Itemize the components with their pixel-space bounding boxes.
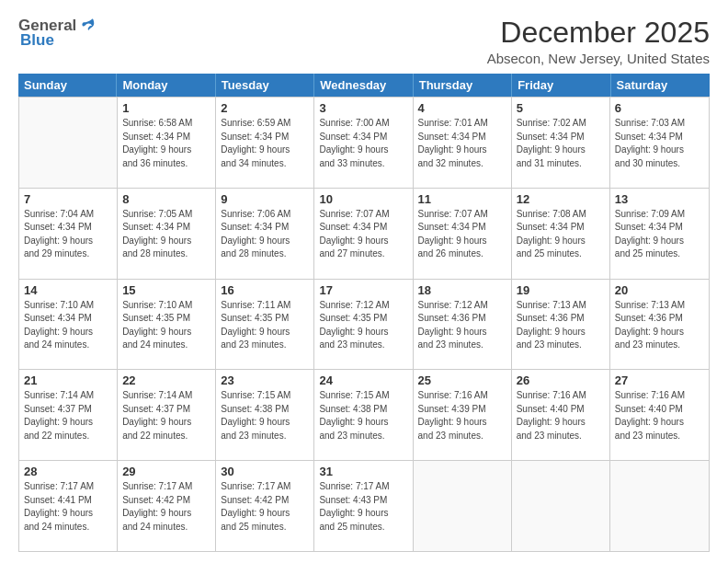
cell-info-21: Sunrise: 7:14 AMSunset: 4:37 PMDaylight:… [24, 389, 112, 442]
header-day-thursday: Thursday [414, 74, 512, 97]
cell-info-27: Sunrise: 7:16 AMSunset: 4:40 PMDaylight:… [615, 389, 704, 442]
day-number-10: 10 [319, 192, 407, 206]
day-number-8: 8 [122, 192, 210, 206]
cell-info-22: Sunrise: 7:14 AMSunset: 4:37 PMDaylight:… [122, 389, 210, 442]
cal-row-1: 1Sunrise: 6:58 AMSunset: 4:34 PMDaylight… [19, 97, 709, 188]
day-number-30: 30 [221, 465, 309, 478]
cal-cell-26: 26Sunrise: 7:16 AMSunset: 4:40 PMDayligh… [512, 370, 610, 460]
cal-cell-16: 16Sunrise: 7:11 AMSunset: 4:35 PMDayligh… [216, 280, 314, 370]
cell-info-2: Sunrise: 6:59 AMSunset: 4:34 PMDaylight:… [221, 117, 309, 170]
cal-cell-4: 4Sunrise: 7:01 AMSunset: 4:34 PMDaylight… [414, 98, 512, 188]
cell-info-24: Sunrise: 7:15 AMSunset: 4:38 PMDaylight:… [319, 389, 407, 442]
header-day-sunday: Sunday [18, 74, 117, 97]
cal-cell-empty-0-0 [19, 98, 118, 188]
cell-info-13: Sunrise: 7:09 AMSunset: 4:34 PMDaylight:… [615, 208, 704, 261]
cell-info-18: Sunrise: 7:12 AMSunset: 4:36 PMDaylight:… [418, 299, 506, 352]
day-number-13: 13 [615, 192, 704, 206]
location: Absecon, New Jersey, United States [487, 51, 710, 66]
page: General Blue December 2025 Absecon, New … [0, 0, 728, 563]
cell-info-26: Sunrise: 7:16 AMSunset: 4:40 PMDaylight:… [517, 389, 605, 442]
logo-bird-icon [78, 17, 95, 33]
day-number-2: 2 [221, 101, 309, 115]
cal-cell-8: 8Sunrise: 7:05 AMSunset: 4:34 PMDaylight… [118, 189, 216, 279]
cal-cell-28: 28Sunrise: 7:17 AMSunset: 4:41 PMDayligh… [19, 461, 118, 551]
cal-cell-31: 31Sunrise: 7:17 AMSunset: 4:43 PMDayligh… [314, 461, 413, 551]
logo-blue-text: Blue [20, 31, 54, 50]
cal-cell-12: 12Sunrise: 7:08 AMSunset: 4:34 PMDayligh… [512, 189, 610, 279]
cal-cell-2: 2Sunrise: 6:59 AMSunset: 4:34 PMDaylight… [216, 98, 314, 188]
header-day-friday: Friday [512, 74, 610, 97]
day-number-1: 1 [122, 101, 210, 115]
calendar-header: SundayMondayTuesdayWednesdayThursdayFrid… [18, 74, 710, 97]
cell-info-10: Sunrise: 7:07 AMSunset: 4:34 PMDaylight:… [319, 208, 407, 261]
cell-info-4: Sunrise: 7:01 AMSunset: 4:34 PMDaylight:… [418, 117, 506, 170]
title-block: December 2025 Absecon, New Jersey, Unite… [487, 17, 710, 66]
cell-info-29: Sunrise: 7:17 AMSunset: 4:42 PMDaylight:… [122, 480, 210, 534]
header: General Blue December 2025 Absecon, New … [18, 17, 710, 66]
day-number-5: 5 [517, 101, 605, 115]
cell-info-19: Sunrise: 7:13 AMSunset: 4:36 PMDaylight:… [517, 299, 605, 352]
day-number-20: 20 [615, 283, 704, 297]
day-number-26: 26 [517, 373, 605, 387]
cal-cell-21: 21Sunrise: 7:14 AMSunset: 4:37 PMDayligh… [19, 370, 118, 460]
cal-row-3: 14Sunrise: 7:10 AMSunset: 4:34 PMDayligh… [19, 279, 709, 370]
day-number-15: 15 [122, 283, 210, 297]
cell-info-12: Sunrise: 7:08 AMSunset: 4:34 PMDaylight:… [517, 208, 605, 261]
cal-row-5: 28Sunrise: 7:17 AMSunset: 4:41 PMDayligh… [19, 460, 709, 551]
cal-cell-10: 10Sunrise: 7:07 AMSunset: 4:34 PMDayligh… [314, 189, 413, 279]
cal-cell-7: 7Sunrise: 7:04 AMSunset: 4:34 PMDaylight… [19, 189, 118, 279]
cal-cell-9: 9Sunrise: 7:06 AMSunset: 4:34 PMDaylight… [216, 189, 314, 279]
day-number-14: 14 [24, 283, 112, 297]
cell-info-23: Sunrise: 7:15 AMSunset: 4:38 PMDaylight:… [221, 389, 309, 442]
cell-info-30: Sunrise: 7:17 AMSunset: 4:42 PMDaylight:… [221, 480, 309, 534]
day-number-27: 27 [615, 373, 704, 387]
cal-row-2: 7Sunrise: 7:04 AMSunset: 4:34 PMDaylight… [19, 188, 709, 279]
header-day-tuesday: Tuesday [216, 74, 314, 97]
day-number-22: 22 [122, 373, 210, 387]
cell-info-7: Sunrise: 7:04 AMSunset: 4:34 PMDaylight:… [24, 208, 112, 261]
cell-info-17: Sunrise: 7:12 AMSunset: 4:35 PMDaylight:… [319, 299, 407, 352]
day-number-24: 24 [319, 373, 407, 387]
calendar: SundayMondayTuesdayWednesdayThursdayFrid… [18, 74, 710, 552]
day-number-29: 29 [122, 465, 210, 478]
header-day-monday: Monday [117, 74, 215, 97]
day-number-7: 7 [24, 192, 112, 206]
day-number-25: 25 [418, 373, 506, 387]
cal-cell-30: 30Sunrise: 7:17 AMSunset: 4:42 PMDayligh… [216, 461, 314, 551]
cal-cell-5: 5Sunrise: 7:02 AMSunset: 4:34 PMDaylight… [512, 98, 610, 188]
cell-info-9: Sunrise: 7:06 AMSunset: 4:34 PMDaylight:… [221, 208, 309, 261]
logo: General Blue [18, 17, 95, 50]
cal-cell-27: 27Sunrise: 7:16 AMSunset: 4:40 PMDayligh… [610, 370, 709, 460]
day-number-23: 23 [221, 373, 309, 387]
cal-cell-29: 29Sunrise: 7:17 AMSunset: 4:42 PMDayligh… [118, 461, 216, 551]
cal-cell-20: 20Sunrise: 7:13 AMSunset: 4:36 PMDayligh… [610, 280, 709, 370]
cal-cell-23: 23Sunrise: 7:15 AMSunset: 4:38 PMDayligh… [216, 370, 314, 460]
cell-info-15: Sunrise: 7:10 AMSunset: 4:35 PMDaylight:… [122, 299, 210, 352]
cal-cell-22: 22Sunrise: 7:14 AMSunset: 4:37 PMDayligh… [118, 370, 216, 460]
cal-cell-3: 3Sunrise: 7:00 AMSunset: 4:34 PMDaylight… [314, 98, 413, 188]
day-number-4: 4 [418, 101, 506, 115]
cal-cell-empty-4-5 [512, 461, 610, 551]
header-day-wednesday: Wednesday [314, 74, 413, 97]
day-number-12: 12 [517, 192, 605, 206]
cal-cell-1: 1Sunrise: 6:58 AMSunset: 4:34 PMDaylight… [118, 98, 216, 188]
day-number-21: 21 [24, 373, 112, 387]
cal-cell-11: 11Sunrise: 7:07 AMSunset: 4:34 PMDayligh… [414, 189, 512, 279]
cal-cell-18: 18Sunrise: 7:12 AMSunset: 4:36 PMDayligh… [414, 280, 512, 370]
cal-cell-17: 17Sunrise: 7:12 AMSunset: 4:35 PMDayligh… [314, 280, 413, 370]
cell-info-25: Sunrise: 7:16 AMSunset: 4:39 PMDaylight:… [418, 389, 506, 442]
cell-info-11: Sunrise: 7:07 AMSunset: 4:34 PMDaylight:… [418, 208, 506, 261]
month-title: December 2025 [487, 17, 710, 49]
day-number-19: 19 [517, 283, 605, 297]
day-number-31: 31 [319, 465, 407, 478]
cell-info-14: Sunrise: 7:10 AMSunset: 4:34 PMDaylight:… [24, 299, 112, 352]
cell-info-5: Sunrise: 7:02 AMSunset: 4:34 PMDaylight:… [517, 117, 605, 170]
day-number-16: 16 [221, 283, 309, 297]
cal-cell-15: 15Sunrise: 7:10 AMSunset: 4:35 PMDayligh… [118, 280, 216, 370]
day-number-17: 17 [319, 283, 407, 297]
day-number-28: 28 [24, 465, 112, 478]
cell-info-28: Sunrise: 7:17 AMSunset: 4:41 PMDaylight:… [24, 480, 112, 534]
cell-info-31: Sunrise: 7:17 AMSunset: 4:43 PMDaylight:… [319, 480, 407, 534]
day-number-11: 11 [418, 192, 506, 206]
calendar-body: 1Sunrise: 6:58 AMSunset: 4:34 PMDaylight… [18, 97, 710, 552]
